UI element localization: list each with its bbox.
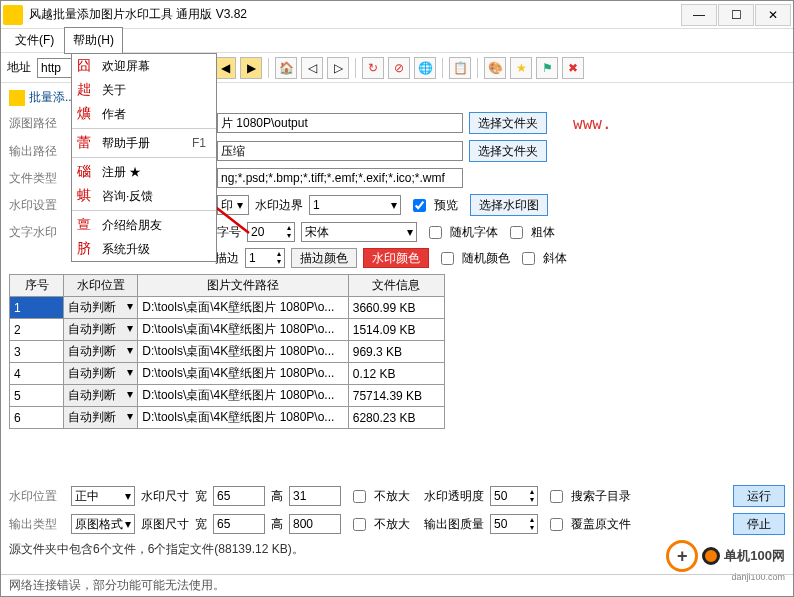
wm-setting-select[interactable]: 印▾ <box>217 195 249 215</box>
cell-seq: 3 <box>10 341 64 363</box>
wm-pos-label: 水印位置 <box>9 488 65 505</box>
cell-seq: 4 <box>10 363 64 385</box>
out-path-label: 输出路径 <box>9 143 65 160</box>
menu-file[interactable]: 文件(F) <box>7 28 62 53</box>
out-quality-label: 输出图质量 <box>424 516 484 533</box>
wm-color-button[interactable]: 水印颜色 <box>363 248 429 268</box>
wm-width-input[interactable] <box>213 486 265 506</box>
paint-icon[interactable]: 🎨 <box>484 57 506 79</box>
select-wm-button[interactable]: 选择水印图 <box>470 194 548 216</box>
table-row[interactable]: 4自动判断 ▾D:\tools\桌面\4K壁纸图片 1080P\o...0.12… <box>10 363 445 385</box>
out-type-select[interactable]: 原图格式▾ <box>71 514 135 534</box>
src-width-input[interactable] <box>213 514 265 534</box>
copy-icon[interactable]: 📋 <box>449 57 471 79</box>
ie-icon[interactable]: 🌐 <box>414 57 436 79</box>
app-window: 风越批量添加图片水印工具 通用版 V3.82 — ☐ ✕ 文件(F) 帮助(H)… <box>0 0 794 597</box>
table-row[interactable]: 1自动判断 ▾D:\tools\桌面\4K壁纸图片 1080P\o...3660… <box>10 297 445 319</box>
help-about[interactable]: 趉关于 <box>72 78 216 102</box>
titlebar: 风越批量添加图片水印工具 通用版 V3.82 — ☐ ✕ <box>1 1 793 29</box>
next-page-icon[interactable]: ▷ <box>327 57 349 79</box>
col-pos: 水印位置 <box>64 275 138 297</box>
font-size-input[interactable]: 20▴▾ <box>247 222 295 242</box>
cell-pos[interactable]: 自动判断 ▾ <box>64 341 138 363</box>
opacity-input[interactable]: 50▴▾ <box>490 486 538 506</box>
font-family-select[interactable]: 宋体▾ <box>301 222 417 242</box>
opacity-label: 水印透明度 <box>424 488 484 505</box>
stroke-input[interactable]: 1▴▾ <box>245 248 285 268</box>
table-row[interactable]: 3自动判断 ▾D:\tools\桌面\4K壁纸图片 1080P\o...969.… <box>10 341 445 363</box>
logo-circle-icon: + <box>666 540 698 572</box>
help-upgrade[interactable]: 脐系统升级 <box>72 237 216 261</box>
quality-input[interactable]: 50▴▾ <box>490 514 538 534</box>
stop-load-icon[interactable]: ⊘ <box>388 57 410 79</box>
help-author[interactable]: 爌作者 <box>72 102 216 126</box>
out-path-input[interactable] <box>217 141 463 161</box>
cell-pos[interactable]: 自动判断 ▾ <box>64 407 138 429</box>
no-enlarge1-checkbox[interactable] <box>353 490 366 503</box>
table-row[interactable]: 5自动判断 ▾D:\tools\桌面\4K壁纸图片 1080P\o...7571… <box>10 385 445 407</box>
cell-info: 0.12 KB <box>348 363 444 385</box>
star-icon[interactable]: ★ <box>510 57 532 79</box>
menubar: 文件(F) 帮助(H) <box>1 29 793 53</box>
overwrite-checkbox[interactable] <box>550 518 563 531</box>
out-select-folder[interactable]: 选择文件夹 <box>469 140 547 162</box>
cell-pos[interactable]: 自动判断 ▾ <box>64 319 138 341</box>
preview-label: 预览 <box>434 197 458 214</box>
cell-seq: 5 <box>10 385 64 407</box>
src-select-folder[interactable]: 选择文件夹 <box>469 112 547 134</box>
italic-checkbox[interactable] <box>522 252 535 265</box>
font-size-label: 字号 <box>217 224 241 241</box>
file-table: 序号 水印位置 图片文件路径 文件信息 1自动判断 ▾D:\tools\桌面\4… <box>9 274 445 429</box>
cell-pos[interactable]: 自动判断 ▾ <box>64 385 138 407</box>
app-icon <box>3 5 23 25</box>
search-subdir-checkbox[interactable] <box>550 490 563 503</box>
src-height-input[interactable] <box>289 514 341 534</box>
wm-height-input[interactable] <box>289 486 341 506</box>
table-row[interactable]: 2自动判断 ▾D:\tools\桌面\4K壁纸图片 1080P\o...1514… <box>10 319 445 341</box>
status-text: 网络连接错误，部分功能可能无法使用。 <box>9 577 225 594</box>
rand-font-checkbox[interactable] <box>429 226 442 239</box>
wm-border-label: 水印边界 <box>255 197 303 214</box>
help-register[interactable]: 碯注册 ★ <box>72 160 216 184</box>
stroke-label: 描边 <box>215 250 239 267</box>
help-manual[interactable]: 蕾帮助手册F1 <box>72 131 216 155</box>
cell-path: D:\tools\桌面\4K壁纸图片 1080P\o... <box>138 363 348 385</box>
src-size-label: 原图尺寸 <box>141 516 189 533</box>
home-icon[interactable]: 🏠 <box>275 57 297 79</box>
close-button[interactable]: ✕ <box>755 4 791 26</box>
wm-pos-select[interactable]: 正中▾ <box>71 486 135 506</box>
stroke-color-button[interactable]: 描边颜色 <box>291 248 357 268</box>
src-path-input[interactable] <box>217 113 463 133</box>
back-icon[interactable]: ◀ <box>214 57 236 79</box>
preview-checkbox[interactable] <box>413 199 426 212</box>
out-type-label: 输出类型 <box>9 516 65 533</box>
bookmark-icon[interactable]: ⚑ <box>536 57 558 79</box>
prev-page-icon[interactable]: ◁ <box>301 57 323 79</box>
refresh-icon[interactable]: ↻ <box>362 57 384 79</box>
help-faq[interactable]: 蜞咨询·反馈 <box>72 184 216 208</box>
delete-icon[interactable]: ✖ <box>562 57 584 79</box>
help-recommend[interactable]: 亶介绍给朋友 <box>72 213 216 237</box>
wm-border-select[interactable]: 1▾ <box>309 195 401 215</box>
run-button[interactable]: 运行 <box>733 485 785 507</box>
rand-color-checkbox[interactable] <box>441 252 454 265</box>
text-wm-label: 文字水印 <box>9 224 65 241</box>
stop-button[interactable]: 停止 <box>733 513 785 535</box>
cell-pos[interactable]: 自动判断 ▾ <box>64 297 138 319</box>
menu-help[interactable]: 帮助(H) <box>64 27 123 54</box>
help-welcome[interactable]: 囧欢迎屏幕 <box>72 54 216 78</box>
minimize-button[interactable]: — <box>681 4 717 26</box>
maximize-button[interactable]: ☐ <box>718 4 754 26</box>
col-seq: 序号 <box>10 275 64 297</box>
src-path-label: 源图路径 <box>9 115 65 132</box>
cell-pos[interactable]: 自动判断 ▾ <box>64 363 138 385</box>
cell-seq: 1 <box>10 297 64 319</box>
no-enlarge2-checkbox[interactable] <box>353 518 366 531</box>
cell-info: 969.3 KB <box>348 341 444 363</box>
forward-icon[interactable]: ▶ <box>240 57 262 79</box>
table-row[interactable]: 6自动判断 ▾D:\tools\桌面\4K壁纸图片 1080P\o...6280… <box>10 407 445 429</box>
bold-checkbox[interactable] <box>510 226 523 239</box>
file-type-input[interactable] <box>217 168 463 188</box>
status-bar: 网络连接错误，部分功能可能无法使用。 <box>1 574 793 596</box>
window-title: 风越批量添加图片水印工具 通用版 V3.82 <box>29 6 681 23</box>
